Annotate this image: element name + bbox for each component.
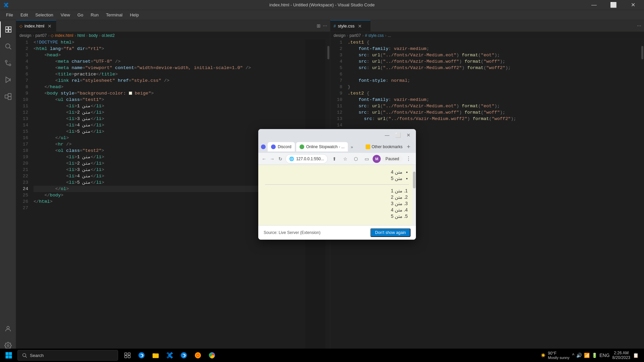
menu-selection[interactable]: Selection xyxy=(32,11,56,19)
taskbar-app-explorer[interactable] xyxy=(149,349,162,362)
tab-actions-right: ··· xyxy=(637,20,644,32)
window-title: index.html - Untitled (Workspace) - Visu… xyxy=(269,2,375,7)
browser-scrollbar[interactable] xyxy=(413,165,416,225)
browser-share-button[interactable]: ⬆ xyxy=(330,154,339,164)
activity-account[interactable] xyxy=(0,321,16,337)
svg-rect-20 xyxy=(128,353,130,355)
taskbar-app-edge2[interactable] xyxy=(177,349,191,362)
menu-file[interactable]: File xyxy=(3,11,16,19)
browser-close-button[interactable]: ✕ xyxy=(404,130,413,140)
tab-style-css[interactable]: # style.css ✕ xyxy=(330,20,371,32)
sun-icon: ☀️ xyxy=(541,353,546,358)
ul-item-5: متن 5 xyxy=(265,176,402,181)
temperature-text: 90°F xyxy=(548,351,569,356)
taskview-button[interactable] xyxy=(121,349,134,362)
more-actions-icon[interactable]: ··· xyxy=(323,23,327,29)
menu-run[interactable]: Run xyxy=(87,11,102,19)
other-bookmarks-button[interactable]: Other bookmarks xyxy=(366,144,402,149)
browser-tab-stopwatch[interactable]: Online Stopwatch - ... xyxy=(296,142,348,152)
browser-minimize-button[interactable]: — xyxy=(382,130,392,140)
tab-index-html[interactable]: ◇ index.html ✕ xyxy=(16,20,56,32)
browser-sidebar-toggle[interactable]: ▭ xyxy=(362,154,371,164)
svg-rect-15 xyxy=(5,355,8,358)
taskbar-chevron-icon[interactable]: ^ xyxy=(572,353,575,358)
browser-forward-button[interactable]: → xyxy=(269,154,275,164)
split-editor-icon[interactable]: ⊞ xyxy=(317,23,321,28)
taskbar-battery-icon[interactable]: 🔋 xyxy=(592,353,597,358)
file-explorer-icon xyxy=(152,352,159,359)
browser-scrollbar-thumb[interactable] xyxy=(413,172,416,188)
taskbar-app-chrome[interactable] xyxy=(205,349,219,362)
notification-text: Source: Live Server (Extension) xyxy=(264,230,320,235)
ul-section: متن 4 متن 5 xyxy=(265,169,409,181)
activity-explorer[interactable] xyxy=(0,21,16,38)
breadcrumb-html[interactable]: html xyxy=(77,33,85,38)
more-actions-right-icon[interactable]: ··· xyxy=(637,23,641,29)
menu-view[interactable]: View xyxy=(57,11,73,19)
breadcrumb-right-part07[interactable]: part07 xyxy=(350,33,361,38)
weather-widget[interactable]: ☀️ 90°F Mostly sunny xyxy=(541,351,569,360)
line-numbers-left: 1234567891011121314151617181920212223242… xyxy=(16,39,31,354)
activity-extensions[interactable] xyxy=(0,88,16,105)
browser-reload-button[interactable]: ↻ xyxy=(277,154,283,164)
scrollbar-right[interactable] xyxy=(639,39,644,354)
close-button[interactable]: ✕ xyxy=(625,0,641,10)
breadcrumb-design[interactable]: design xyxy=(19,33,31,38)
discord-tab-label: Discord xyxy=(278,144,291,149)
breadcrumb-indexhtml[interactable]: ◇ index.html xyxy=(51,33,73,38)
menu-help[interactable]: Help xyxy=(126,11,142,19)
taskbar-speaker-icon[interactable]: 🔊 xyxy=(576,353,582,358)
browser-paused-badge[interactable]: Paused xyxy=(382,156,402,162)
taskbar-system-icons: ^ 🔊 📶 🔋 ENG xyxy=(572,353,610,358)
dont-show-button[interactable]: Don't show again xyxy=(370,228,411,237)
taskbar-app-vscode[interactable] xyxy=(163,349,176,362)
breadcrumb-ol-test2[interactable]: ol.test2 xyxy=(102,33,115,38)
taskbar-vscode-icon xyxy=(166,352,173,359)
notifications-button[interactable]: 📋 xyxy=(633,353,639,358)
taskbar-clock[interactable]: 2:26 AM 8/20/2023 xyxy=(612,351,630,360)
ol-section: متن 1 متن 2 متن 3 متن 4 متن 5 xyxy=(265,188,409,219)
browser-bookmark-button[interactable]: ☆ xyxy=(340,154,350,164)
breadcrumb-body[interactable]: body xyxy=(89,33,98,38)
tab-close-index[interactable]: ✕ xyxy=(48,23,52,29)
breadcrumb-part07[interactable]: part07 xyxy=(35,33,47,38)
breadcrumb-right-stylecss[interactable]: # style.css xyxy=(365,33,384,38)
browser-back-button[interactable]: ← xyxy=(261,154,267,164)
taskbar-lang[interactable]: ENG xyxy=(599,353,609,358)
address-bar[interactable]: 🌐 127.0.0.1:550... xyxy=(285,154,328,164)
activity-source-control[interactable] xyxy=(0,55,16,71)
extensions-icon xyxy=(4,93,12,100)
content-divider xyxy=(265,184,409,185)
bookmarks-folder-icon xyxy=(366,144,370,149)
browser-restore-button[interactable]: ⬜ xyxy=(393,130,402,140)
breadcrumb-right-design[interactable]: design xyxy=(334,33,345,38)
scrollbar-thumb-right[interactable] xyxy=(641,46,643,59)
activity-search[interactable] xyxy=(0,38,16,54)
ol-item-5: متن 5 xyxy=(265,214,402,219)
tab-close-style[interactable]: ✕ xyxy=(358,23,362,29)
start-button[interactable] xyxy=(3,349,15,361)
svg-line-18 xyxy=(25,356,27,358)
taskbar-app-firefox[interactable] xyxy=(191,349,205,362)
browser-extensions-button[interactable]: ⬡ xyxy=(351,154,361,164)
activity-run[interactable] xyxy=(0,72,16,88)
taskbar-right: ☀️ 90°F Mostly sunny ^ 🔊 📶 🔋 ENG 2:26 AM… xyxy=(541,351,641,360)
account-icon xyxy=(4,325,12,333)
browser-menu-button[interactable]: ⋮ xyxy=(404,154,413,164)
more-tabs-button[interactable]: » xyxy=(349,144,354,149)
taskbar-search[interactable]: Search xyxy=(17,350,118,361)
taskbar: Search ☀️ 90°F Mostly sunny xyxy=(0,349,644,362)
taskbar-edge-icon xyxy=(180,352,187,359)
browser-profile-button[interactable]: M xyxy=(373,155,381,163)
minimize-button[interactable]: — xyxy=(586,0,602,10)
menu-go[interactable]: Go xyxy=(74,11,87,19)
scrollbar-thumb-left[interactable] xyxy=(327,46,329,59)
menu-edit[interactable]: Edit xyxy=(17,11,31,19)
maximize-button[interactable]: ⬜ xyxy=(606,0,621,10)
browser-tab-discord[interactable]: Discord xyxy=(268,142,295,152)
taskbar-app-edge[interactable] xyxy=(135,349,148,362)
menu-terminal[interactable]: Terminal xyxy=(103,11,126,19)
taskbar-wifi-icon[interactable]: 📶 xyxy=(584,353,590,358)
clock-date: 8/20/2023 xyxy=(612,355,630,360)
new-tab-button[interactable]: + xyxy=(404,142,413,152)
